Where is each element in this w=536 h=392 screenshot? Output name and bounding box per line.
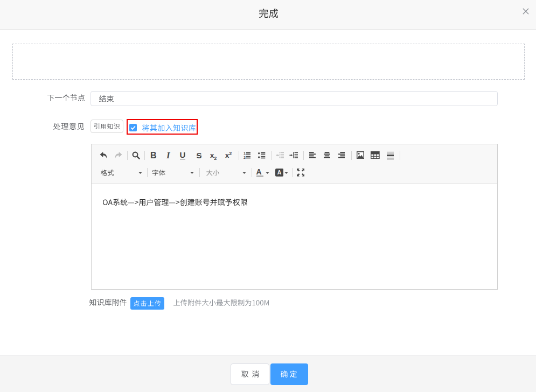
svg-text:A: A <box>277 170 281 176</box>
svg-text:2: 2 <box>243 155 246 158</box>
